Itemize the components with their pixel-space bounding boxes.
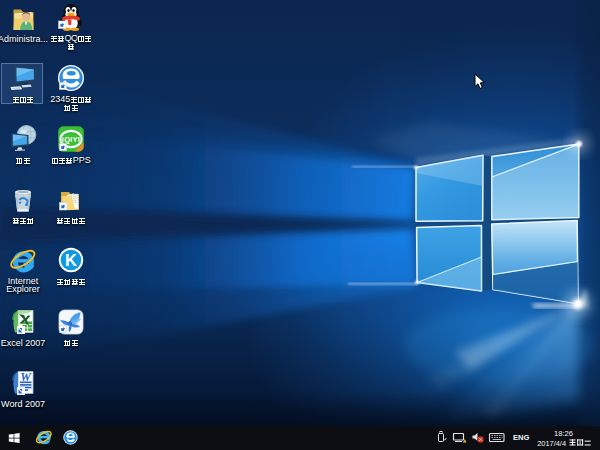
svg-text:18:26: 18:26 [554, 429, 573, 438]
svg-text:!: ! [464, 439, 465, 443]
svg-text:ENG: ENG [513, 433, 530, 442]
svg-text:iQIYI: iQIYI [62, 135, 80, 144]
svg-text:W: W [20, 370, 32, 384]
svg-text:2017/4/4: 2017/4/4 [537, 439, 566, 448]
svg-text:K: K [65, 251, 77, 269]
